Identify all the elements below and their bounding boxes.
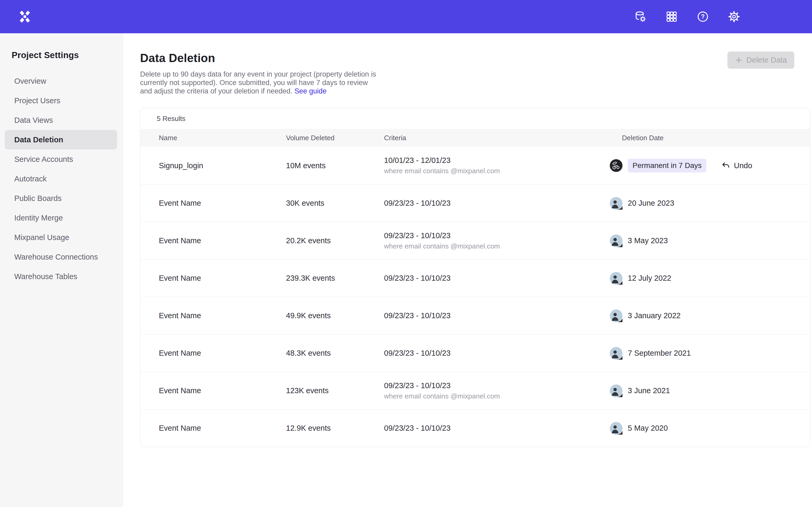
user-avatar [610,385,622,397]
sidebar-item-identity-merge[interactable]: Identity Merge [5,208,117,228]
row-criteria: 10/01/23 - 12/01/23 where email contains… [384,156,610,175]
row-name: Event Name [159,274,286,283]
row-volume: 10M events [286,161,384,170]
user-avatar [610,422,622,435]
row-criteria-range: 09/23/23 - 10/10/23 [384,231,610,240]
column-header-deletion-date: Deletion Date [610,134,810,142]
row-deletion-date: 20 June 2023 [610,197,810,210]
table-row: Event Name 239.3K events 09/23/23 - 10/1… [140,259,810,297]
sidebar-item-data-deletion[interactable]: Data Deletion [5,130,117,150]
table-row: Event Name 30K events 09/23/23 - 10/10/2… [140,184,810,222]
row-name: Event Name [159,386,286,395]
sidebar-item-service-accounts[interactable]: Service Accounts [5,150,117,169]
row-deletion-date: 3 May 2023 [610,234,810,247]
user-avatar [610,234,622,247]
row-criteria: 09/23/23 - 10/10/23 [384,199,610,208]
row-criteria: 09/23/23 - 10/10/23 [384,311,610,320]
delete-data-button[interactable]: Delete Data [727,52,794,69]
sidebar-item-project-users[interactable]: Project Users [5,91,117,110]
mixpanel-logo-icon[interactable] [18,10,32,23]
deletion-table-card: 5 Results Name Volume Deleted Criteria D… [140,108,810,447]
row-volume: 12.9K events [286,424,384,433]
row-deletion-date: 12 July 2022 [610,272,810,285]
row-deletion-date: 7 September 2021 [610,347,810,360]
svg-text:?: ? [701,13,705,20]
top-nav: ? [0,0,812,33]
row-criteria: 09/23/23 - 10/10/23 [384,349,610,357]
plus-icon [735,56,743,64]
table-row: Event Name 123K events 09/23/23 - 10/10/… [140,372,810,409]
row-volume: 123K events [286,386,384,395]
column-header-volume: Volume Deleted [286,134,384,142]
table-row: Event Name 49.9K events 09/23/23 - 10/10… [140,297,810,334]
page-description: Delete up to 90 days data for any event … [140,70,379,95]
see-guide-link[interactable]: See guide [295,87,327,95]
row-volume: 239.3K events [286,274,384,283]
delete-data-label: Delete Data [747,56,787,64]
sidebar-item-autotrack[interactable]: Autotrack [5,169,117,188]
data-management-icon[interactable] [635,11,647,23]
sidebar-item-overview[interactable]: Overview [5,71,117,91]
undo-label: Undo [734,161,752,170]
row-name: Event Name [159,311,286,320]
row-criteria-filter: where email contains @mixpanel.com [384,242,610,250]
sidebar-title: Project Settings [12,50,123,60]
row-name: Event Name [159,424,286,433]
row-criteria-range: 10/01/23 - 12/01/23 [384,156,610,165]
row-criteria: 09/23/23 - 10/10/23 where email contains… [384,231,610,250]
table-header-row: Name Volume Deleted Criteria Deletion Da… [140,129,810,147]
row-volume: 20.2K events [286,236,384,245]
row-criteria-range: 09/23/23 - 10/10/23 [384,311,610,320]
row-name: Signup_login [159,161,286,170]
results-count: 5 Results [140,108,810,129]
row-criteria: 09/23/23 - 10/10/23 [384,274,610,283]
row-criteria-range: 09/23/23 - 10/10/23 [384,424,610,433]
row-volume: 49.9K events [286,311,384,320]
permanent-badge: Permanent in 7 Days [628,159,706,172]
user-avatar [610,197,622,210]
apps-grid-icon[interactable] [666,11,678,23]
page-header-text: Data Deletion Delete up to 90 days data … [140,52,379,95]
row-deletion-date: 3 June 2021 [610,385,810,397]
user-avatar [610,272,622,285]
table-row: Event Name 12.9K events 09/23/23 - 10/10… [140,409,810,447]
sidebar-item-warehouse-tables[interactable]: Warehouse Tables [5,267,117,286]
deletion-date-text: 3 May 2023 [628,236,668,245]
sidebar-nav: OverviewProject UsersData ViewsData Dele… [0,71,123,286]
table-row: Event Name 20.2K events 09/23/23 - 10/10… [140,222,810,259]
row-criteria-range: 09/23/23 - 10/10/23 [384,381,610,390]
row-name: Event Name [159,199,286,208]
user-avatar [610,159,622,172]
row-volume: 48.3K events [286,349,384,357]
user-avatar [610,309,622,322]
row-volume: 30K events [286,199,384,208]
table-row: Signup_login 10M events 10/01/23 - 12/01… [140,147,810,184]
row-criteria-range: 09/23/23 - 10/10/23 [384,199,610,208]
sidebar-item-data-views[interactable]: Data Views [5,110,117,130]
page-header: Data Deletion Delete up to 90 days data … [140,52,812,95]
deletion-date-text: 3 June 2021 [628,386,670,395]
row-name: Event Name [159,349,286,357]
table-row: Event Name 48.3K events 09/23/23 - 10/10… [140,334,810,372]
sidebar: Project Settings OverviewProject UsersDa… [0,33,123,507]
user-avatar [610,347,622,360]
deletion-date-text: 7 September 2021 [628,349,691,357]
row-criteria-filter: where email contains @mixpanel.com [384,167,610,175]
deletion-date-text: 20 June 2023 [628,199,674,208]
sidebar-item-public-boards[interactable]: Public Boards [5,188,117,208]
row-criteria: 09/23/23 - 10/10/23 where email contains… [384,381,610,400]
settings-gear-icon[interactable] [728,11,740,23]
page-title: Data Deletion [140,52,379,65]
row-deletion-date: 5 May 2020 [610,422,810,435]
help-icon[interactable]: ? [697,11,709,23]
undo-icon [721,161,730,170]
row-deletion-date: Permanent in 7 Days Undo [610,159,810,172]
row-name: Event Name [159,236,286,245]
undo-button[interactable]: Undo [721,161,752,170]
column-header-criteria: Criteria [384,134,610,142]
sidebar-item-mixpanel-usage[interactable]: Mixpanel Usage [5,228,117,247]
row-criteria-filter: where email contains @mixpanel.com [384,392,610,400]
deletion-date-text: 5 May 2020 [628,424,668,433]
deletion-date-text: 12 July 2022 [628,274,671,283]
sidebar-item-warehouse-connections[interactable]: Warehouse Connections [5,247,117,267]
